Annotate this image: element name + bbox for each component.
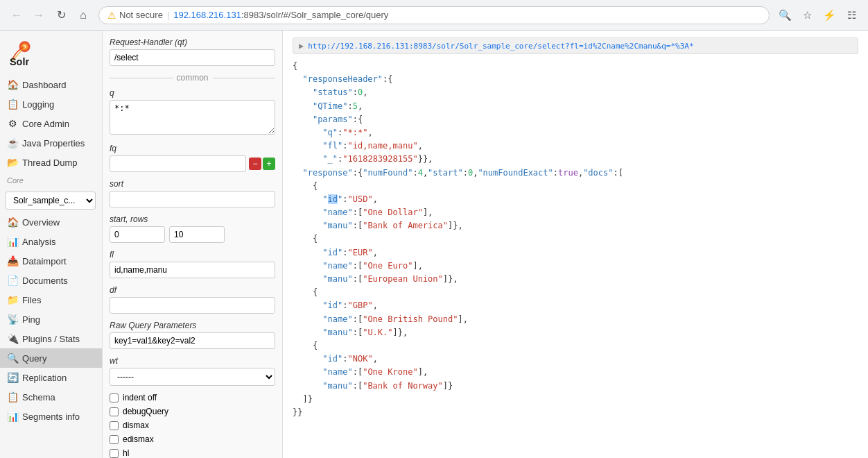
- sidebar-item-segments-info[interactable]: 📊 Segments info: [0, 407, 102, 426]
- start-rows-field-group: start, rows: [110, 214, 275, 243]
- nav-buttons: ← → ↻ ⌂: [7, 6, 93, 25]
- debug-query-checkbox[interactable]: [110, 407, 119, 416]
- reload-button[interactable]: ↻: [51, 6, 71, 25]
- sidebar-item-query[interactable]: 🔍 Query: [0, 348, 102, 368]
- handler-label: Request-Handler (qt): [110, 37, 275, 47]
- hl-checkbox[interactable]: [110, 449, 119, 458]
- overview-icon: 🏠: [7, 217, 18, 228]
- edismax-label[interactable]: edismax: [123, 434, 154, 444]
- indent-off-row: indent off: [110, 393, 275, 402]
- browser-chrome: ← → ↻ ⌂ ⚠ Not secure | 192.168.216.131:8…: [0, 0, 868, 31]
- sidebar-item-java-properties[interactable]: ☕ Java Properties: [0, 133, 102, 153]
- sidebar-item-logging-label: Logging: [22, 99, 54, 110]
- handler-field-group: Request-Handler (qt): [110, 37, 275, 66]
- fq-row: − +: [110, 155, 275, 172]
- sort-label: sort: [110, 179, 275, 189]
- sidebar-item-ping-label: Ping: [22, 314, 40, 325]
- not-secure-label: Not secure: [119, 10, 163, 20]
- handler-input[interactable]: [110, 49, 275, 66]
- sidebar-item-analysis[interactable]: 📊 Analysis: [0, 232, 102, 251]
- df-input[interactable]: [110, 297, 275, 314]
- raw-params-label: Raw Query Parameters: [110, 321, 275, 330]
- schema-icon: 📋: [7, 391, 18, 402]
- analysis-icon: 📊: [7, 236, 18, 247]
- start-input[interactable]: [110, 226, 165, 243]
- common-line-left: [110, 78, 173, 78]
- common-line-right: [213, 78, 276, 78]
- core-select-dropdown[interactable]: Solr_sample_c...: [6, 192, 96, 210]
- solr-logo-icon: Solr: [7, 39, 35, 67]
- dismax-row: dismax: [110, 421, 275, 430]
- common-label: common: [177, 73, 209, 83]
- q-input[interactable]: [110, 100, 275, 135]
- extensions-button[interactable]: ⚡: [819, 6, 839, 25]
- sidebar-item-replication-label: Replication: [22, 373, 67, 383]
- url-path: /solr/#/Solr_sample_core/query: [263, 10, 388, 20]
- common-section: common: [110, 73, 275, 83]
- menu-button[interactable]: ☷: [842, 6, 861, 25]
- documents-icon: 📄: [7, 275, 18, 286]
- sidebar-item-java-properties-label: Java Properties: [22, 138, 85, 149]
- fq-buttons: − +: [249, 158, 275, 170]
- result-url-link[interactable]: http://192.168.216.131:8983/solr/Solr_sa…: [308, 42, 693, 51]
- sidebar-item-files[interactable]: 📁 Files: [0, 290, 102, 309]
- dismax-checkbox[interactable]: [110, 421, 119, 430]
- fq-add-button[interactable]: +: [263, 158, 275, 170]
- debug-query-label[interactable]: debugQuery: [123, 407, 168, 416]
- sidebar-item-plugins-stats[interactable]: 🔌 Plugins / Stats: [0, 329, 102, 348]
- start-rows-inputs: [110, 226, 275, 243]
- indent-off-checkbox[interactable]: [110, 393, 119, 402]
- raw-params-input[interactable]: [110, 332, 275, 349]
- sidebar-item-dataimport[interactable]: 📥 Dataimport: [0, 251, 102, 271]
- wt-label: wt: [110, 356, 275, 366]
- sidebar-item-overview-label: Overview: [22, 217, 60, 228]
- core-selector[interactable]: Solr_sample_c...: [6, 192, 96, 210]
- sidebar-item-core-admin-label: Core Admin: [22, 119, 69, 129]
- back-button[interactable]: ←: [7, 6, 26, 25]
- home-button[interactable]: ⌂: [73, 6, 93, 25]
- edismax-checkbox[interactable]: [110, 435, 119, 444]
- sidebar-item-thread-dump[interactable]: 📂 Thread Dump: [0, 153, 102, 172]
- sidebar-item-replication[interactable]: 🔄 Replication: [0, 368, 102, 387]
- sidebar: Solr 🏠 Dashboard 📋 Logging ⚙ Core Admin …: [0, 31, 103, 458]
- fl-input[interactable]: [110, 262, 275, 278]
- address-bar[interactable]: ⚠ Not secure | 192.168.216.131:8983/solr…: [98, 6, 770, 24]
- sidebar-item-files-label: Files: [22, 295, 41, 305]
- forward-button[interactable]: →: [29, 6, 49, 25]
- warning-icon: ⚠: [107, 10, 116, 21]
- q-field-group: q: [110, 88, 275, 137]
- dismax-label[interactable]: dismax: [123, 421, 149, 430]
- dataimport-icon: 📥: [7, 255, 18, 266]
- indent-off-label[interactable]: indent off: [123, 393, 157, 402]
- sidebar-item-schema[interactable]: 📋 Schema: [0, 387, 102, 407]
- result-url-bar: ▶ http://192.168.216.131:8983/solr/Solr_…: [293, 37, 858, 54]
- start-rows-label: start, rows: [110, 214, 275, 224]
- sidebar-item-core-admin[interactable]: ⚙ Core Admin: [0, 114, 102, 133]
- not-secure-indicator: ⚠ Not secure: [107, 10, 163, 21]
- sidebar-item-documents[interactable]: 📄 Documents: [0, 271, 102, 290]
- sidebar-item-overview[interactable]: 🏠 Overview: [0, 212, 102, 232]
- sidebar-item-dashboard[interactable]: 🏠 Dashboard: [0, 75, 102, 94]
- thread-dump-icon: 📂: [7, 157, 18, 168]
- sidebar-item-dashboard-label: Dashboard: [22, 80, 67, 90]
- fq-input[interactable]: [110, 155, 246, 172]
- svg-text:Solr: Solr: [10, 56, 29, 67]
- sidebar-item-ping[interactable]: 📡 Ping: [0, 309, 102, 329]
- df-field-group: df: [110, 285, 275, 314]
- sidebar-logo: Solr: [0, 31, 102, 75]
- sort-input[interactable]: [110, 191, 275, 207]
- content-area: Request-Handler (qt) common q fq − +: [103, 31, 868, 458]
- wt-select[interactable]: ------ json xml python ruby php csv: [110, 368, 275, 386]
- rows-input[interactable]: [169, 226, 225, 243]
- sidebar-item-logging[interactable]: 📋 Logging: [0, 94, 102, 114]
- hl-label[interactable]: hl: [123, 448, 129, 458]
- ping-icon: 📡: [7, 314, 18, 325]
- result-url-icon: ▶: [299, 41, 304, 51]
- hl-row: hl: [110, 448, 275, 458]
- fq-remove-button[interactable]: −: [249, 158, 261, 170]
- replication-icon: 🔄: [7, 372, 18, 383]
- bookmark-button[interactable]: ☆: [797, 6, 817, 25]
- zoom-button[interactable]: 🔍: [775, 6, 795, 25]
- sidebar-nav: 🏠 Dashboard 📋 Logging ⚙ Core Admin ☕ Jav…: [0, 75, 102, 172]
- sidebar-item-schema-label: Schema: [22, 392, 55, 402]
